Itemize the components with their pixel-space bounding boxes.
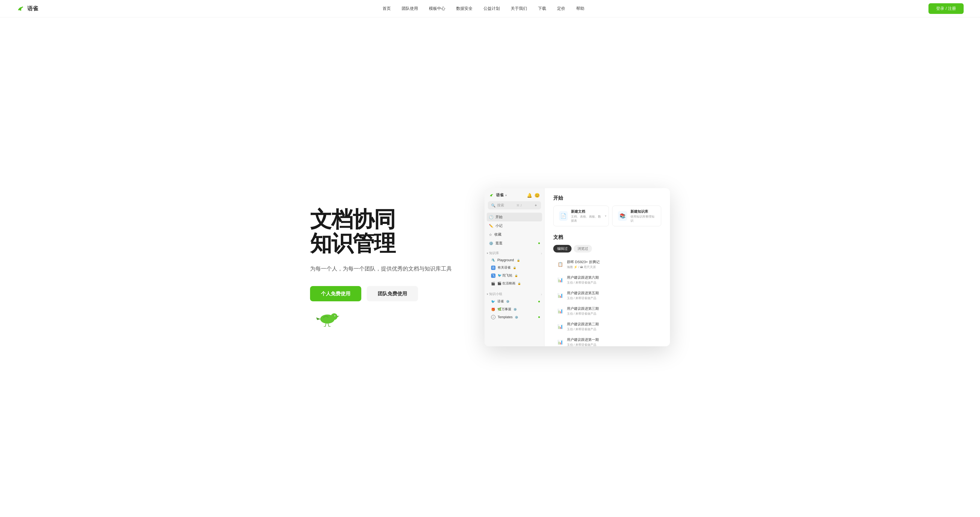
nav-security[interactable]: 数据安全 — [456, 6, 473, 11]
sidebar-item-notes[interactable]: ✏️ 小记 — [487, 221, 542, 230]
doc-icon-5: 📊 — [557, 339, 564, 346]
team-free-button[interactable]: 团队免费使用 — [367, 286, 418, 301]
doc-info-1: 用户建议跟进第六期 玉伯 / 来帮语雀做产品 — [567, 275, 658, 285]
new-doc-action[interactable]: 📄 新建文档 文档、表格、画板、数据表 ▾ — [553, 205, 609, 226]
doc-meta-0: 瀚雅 ⚡ / 🏔 咫尺天涯 — [567, 265, 658, 269]
tab-viewed[interactable]: 浏览过 — [574, 245, 592, 253]
knowledge-item-playground[interactable]: 🛝 Playground 🔒 — [487, 256, 542, 264]
app-sidebar: 语雀 ▾ 🔔 😊 🔍 搜索 ⌘ J ＋ — [485, 188, 544, 346]
avatar-icon[interactable]: 😊 — [535, 193, 540, 198]
sidebar-start-label: 开始 — [495, 215, 503, 220]
svg-line-6 — [328, 323, 329, 326]
doc-item-4[interactable]: 📊 用户建议跟进第二期 玉伯 / 来帮语雀做产品 — [553, 319, 661, 334]
templates-label: Templates — [498, 315, 512, 319]
doc-info-5: 用户建议跟进第一期 玉伯 / 来帮语雀做产品 — [567, 337, 658, 346]
sidebar-brand-name: 语雀 — [496, 193, 504, 198]
doc-title-1: 用户建议跟进第六期 — [567, 275, 658, 280]
quick-actions: 📄 新建文档 文档、表格、画板、数据表 ▾ 📚 新建知识库 使用知识库整理知识 — [553, 205, 661, 226]
doc-title-4: 用户建议跟进第二期 — [567, 322, 658, 327]
yuque-group-dot — [538, 301, 540, 302]
nav-pricing[interactable]: 定价 — [557, 6, 565, 11]
sidebar-explore-label: 逛逛 — [495, 241, 503, 246]
doc-title-5: 用户建议跟进第一期 — [567, 337, 658, 342]
group-item-wanshiwu[interactable]: 🎁 🌿万事屋 ⚙️ — [487, 305, 542, 313]
new-wiki-icon: 📚 — [618, 211, 627, 221]
decorative-bird-icon — [310, 307, 343, 327]
nav-download[interactable]: 下载 — [538, 6, 546, 11]
logo[interactable]: 语雀 — [16, 4, 38, 13]
app-main-content: 开始 📄 新建文档 文档、表格、画板、数据表 ▾ 📚 新建知识库 — [544, 188, 670, 346]
doc-icon-3: 📊 — [557, 307, 564, 315]
playground-lock-icon: 🔒 — [517, 259, 520, 262]
wanshiwu-label: 🌿万事屋 — [497, 307, 511, 312]
group-item-yuque[interactable]: 🐦 语雀 ⚙️ — [487, 297, 542, 305]
new-wiki-action[interactable]: 📚 新建知识库 使用知识库整理知识 — [612, 205, 661, 226]
doc-icon-1: 📊 — [557, 276, 564, 284]
sidebar-item-explore[interactable]: ⚙️ 逛逛 — [487, 239, 542, 248]
doc-info-3: 用户建议跟进第三期 玉伯 / 来帮语雀做产品 — [567, 306, 658, 316]
yuque-book-icon: 语 — [491, 266, 495, 270]
notification-icon[interactable]: 🔔 — [527, 193, 532, 198]
nav-templates[interactable]: 模板中心 — [429, 6, 445, 11]
svg-point-4 — [335, 315, 336, 316]
personal-free-button[interactable]: 个人免费使用 — [310, 286, 361, 301]
hero-buttons: 个人免费使用 团队免费使用 — [310, 286, 463, 301]
doc-item-0[interactable]: 📋 群晖 DS923+ 折腾记 瀚雅 ⚡ / 🏔 咫尺天涯 — [553, 257, 661, 272]
chevron-down-icon-knowledge: ▾ — [487, 252, 488, 255]
tab-edited[interactable]: 编辑过 — [553, 245, 571, 253]
yuque-lock-icon: 🔒 — [513, 266, 516, 269]
app-window: 语雀 ▾ 🔔 😊 🔍 搜索 ⌘ J ＋ — [485, 188, 670, 346]
group-section-header: ▾ 知识小组 › — [485, 290, 544, 297]
doc-item-5[interactable]: 📊 用户建议跟进第一期 玉伯 / 来帮语雀做产品 — [553, 334, 661, 346]
new-wiki-text: 新建知识库 使用知识库整理知识 — [630, 209, 655, 223]
login-register-button[interactable]: 登录 / 注册 — [929, 3, 964, 14]
doc-info-2: 用户建议跟进第五期 玉伯 / 来帮语雀做产品 — [567, 291, 658, 300]
playground-label: Playground — [497, 258, 514, 262]
sidebar-item-favorites[interactable]: ☆ 收藏 — [487, 230, 542, 239]
yuque-group-icon: 🐦 — [491, 300, 495, 304]
knowledge-item-flywheel[interactable]: 飞 🐦 陀飞轮 🔒 — [487, 272, 542, 280]
nav-charity[interactable]: 公益计划 — [484, 6, 500, 11]
knowledge-item-life[interactable]: 🎬 🎬 生活映画 🔒 — [487, 280, 542, 287]
svg-point-0 — [22, 6, 23, 8]
life-icon: 🎬 — [491, 282, 495, 285]
nav-links: 首页 团队使用 模板中心 数据安全 公益计划 关于我们 下载 定价 帮助 — [383, 6, 584, 11]
hero-section: 文档协同 知识管理 为每一个人，为每一个团队，提供优秀的文档与知识库工具 个人免… — [0, 17, 980, 517]
group-item-templates[interactable]: ○ Templates ⚙️ — [487, 313, 542, 321]
sidebar-header: 语雀 ▾ 🔔 😊 — [485, 188, 544, 200]
hero-title: 文档协同 知识管理 — [310, 207, 463, 256]
doc-list: 📋 群晖 DS923+ 折腾记 瀚雅 ⚡ / 🏔 咫尺天涯 📊 用户建议跟进第六… — [553, 257, 661, 346]
navbar: 语雀 首页 团队使用 模板中心 数据安全 公益计划 关于我们 下载 定价 帮助 … — [0, 0, 980, 17]
sidebar-search[interactable]: 🔍 搜索 ⌘ J ＋ — [488, 201, 541, 209]
yuque-label: 有关语雀 — [498, 265, 511, 270]
doc-meta-4: 玉伯 / 来帮语雀做产品 — [567, 327, 658, 331]
nav-team[interactable]: 团队使用 — [402, 6, 418, 11]
doc-meta-3: 玉伯 / 来帮语雀做产品 — [567, 312, 658, 316]
hero-title-line1: 文档协同 — [310, 207, 463, 232]
sidebar-icon-group: 🔔 😊 — [527, 193, 540, 198]
flywheel-book-icon: 飞 — [491, 274, 495, 278]
doc-item-3[interactable]: 📊 用户建议跟进第三期 玉伯 / 来帮语雀做产品 — [553, 304, 661, 318]
knowledge-item-yuque[interactable]: 语 有关语雀 🔒 — [487, 264, 542, 272]
new-doc-dropdown-icon[interactable]: ▾ — [605, 214, 606, 218]
nav-home[interactable]: 首页 — [383, 6, 391, 11]
doc-section-title: 文档 — [553, 234, 661, 240]
new-doc-subtitle: 文档、表格、画板、数据表 — [571, 215, 603, 223]
star-icon: ☆ — [489, 232, 492, 237]
nav-help[interactable]: 帮助 — [576, 6, 584, 11]
sidebar-item-start[interactable]: 🕐 开始 — [487, 213, 542, 221]
pencil-icon: ✏️ — [489, 224, 493, 228]
hero-title-line2: 知识管理 — [310, 232, 463, 256]
hero-right: 语雀 ▾ 🔔 😊 🔍 搜索 ⌘ J ＋ — [485, 188, 670, 346]
search-shortcut: ⌘ J — [517, 204, 522, 207]
knowledge-expand-icon[interactable]: › — [541, 251, 542, 256]
doc-item-1[interactable]: 📊 用户建议跟进第六期 玉伯 / 来帮语雀做产品 — [553, 272, 661, 287]
sidebar-brand[interactable]: 语雀 ▾ — [489, 192, 507, 198]
group-expand-icon[interactable]: › — [541, 292, 542, 296]
doc-tabs: 编辑过 浏览过 — [553, 245, 661, 253]
chevron-down-icon: ▾ — [505, 194, 507, 197]
doc-item-2[interactable]: 📊 用户建议跟进第五期 玉伯 / 来帮语雀做产品 — [553, 288, 661, 303]
new-doc-quick-icon[interactable]: ＋ — [534, 203, 538, 208]
explore-dot — [538, 242, 540, 244]
nav-about[interactable]: 关于我们 — [511, 6, 527, 11]
